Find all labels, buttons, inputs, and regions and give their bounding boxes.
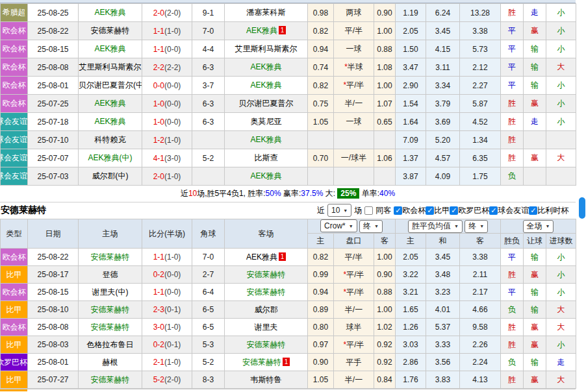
euro-stage-select[interactable]: 终▼ <box>465 220 488 233</box>
team-link[interactable]: 比斯查 <box>255 153 278 162</box>
asian-home-odds: 0.75 <box>308 95 334 113</box>
handicap-result-cell: 赢 <box>524 95 546 113</box>
team-link[interactable]: 科特赖克 <box>95 135 126 144</box>
date-cell: 25-08-15 <box>28 284 79 301</box>
team-link[interactable]: 威尔郡 <box>255 305 278 314</box>
team-link[interactable]: 安德莱赫特 <box>242 358 281 367</box>
league-filter-checkbox[interactable]: ✓ <box>529 206 537 215</box>
vertical-scrollbar-thumb[interactable] <box>579 197 585 219</box>
team-link[interactable]: AEK雅典(中) <box>88 153 132 162</box>
euro-draw-odds: 4.01 <box>426 301 460 319</box>
fulltime-score: 0-0 <box>153 81 164 90</box>
date-cell: 25-07-18 <box>28 113 79 131</box>
subject-team-cell: 安德莱赫特 <box>79 319 142 336</box>
same-away-checkbox[interactable] <box>364 206 373 215</box>
league-filter-checkbox[interactable]: ✓ <box>450 206 458 215</box>
euro-away-odds: 1.75 <box>460 167 501 186</box>
team-link[interactable]: AEK雅典 <box>94 44 125 53</box>
euro-draw-odds: 3.23 <box>426 284 460 301</box>
team-link[interactable]: 登德 <box>103 270 118 279</box>
team-link[interactable]: AEK雅典 <box>94 99 125 108</box>
asian-home-odds: 0.70 <box>308 149 334 167</box>
team-link[interactable]: 贝尔谢巴夏普尔 <box>239 99 294 108</box>
fulltime-score: 1-1 <box>153 27 164 36</box>
team-link[interactable]: AEK雅典 <box>250 171 281 180</box>
subject-team-cell: 安德莱赫特 <box>225 336 308 354</box>
summary-text: 场,胜5平4负1, 胜率: <box>197 189 265 198</box>
euro-away-odds: 4.13 <box>460 371 501 389</box>
euro-away-odds: 9.58 <box>460 319 501 336</box>
league-tag: 球会友谊 <box>1 131 28 149</box>
league-filter-checkbox[interactable]: ✓ <box>426 206 434 215</box>
team-link[interactable]: 安德莱赫特 <box>91 305 130 314</box>
euro-home-odds: 1.65 <box>396 301 426 319</box>
fulltime-score: 2-2 <box>153 63 164 72</box>
red-card-badge: 1 <box>279 26 286 34</box>
fulltime-score: 0-2 <box>153 270 164 279</box>
subcol-asian-away: 客 <box>374 234 396 249</box>
filter-controls: 近 10▼ 场 同客 ✓欧会杯✓比甲✓欧罗巴杯✓球会友谊✓比利时杯 <box>317 204 568 217</box>
handicap-result-cell <box>524 167 546 186</box>
summary-text: 40% <box>379 189 395 198</box>
league-filter-checkbox[interactable]: ✓ <box>394 206 402 215</box>
fulltime-score: 4-1 <box>153 154 164 163</box>
team-link[interactable]: AEK雅典 <box>250 135 281 144</box>
match-count-select[interactable]: 10▼ <box>327 204 351 217</box>
team-link[interactable]: AEK雅典 <box>94 117 125 126</box>
date-cell: 25-07-10 <box>28 131 79 149</box>
chevron-down-icon: ▼ <box>454 224 459 228</box>
team-link[interactable]: 安德莱赫特 <box>91 252 130 262</box>
bookmaker-select[interactable]: Crow*▼ <box>320 219 357 232</box>
team-link[interactable]: 奥莫尼亚 <box>251 117 282 126</box>
subject-team-cell: AEK雅典1 <box>225 22 308 40</box>
team-link[interactable]: 威尔郡(中) <box>92 171 129 180</box>
league-tag: 欧罗巴杯 <box>1 354 28 371</box>
outcome-result-cell: 胜 <box>501 131 524 149</box>
team-link[interactable]: AEK雅典 <box>250 62 281 71</box>
team-link[interactable]: 安德莱赫特 <box>91 26 130 35</box>
team-link[interactable]: AEK雅典 <box>246 252 277 262</box>
team-link[interactable]: 潘塞莱科斯 <box>247 8 286 17</box>
handicap-line-cell: 球半 <box>334 319 374 336</box>
opponent-team-cell: 奥莫尼亚 <box>225 113 308 131</box>
corner-cell: 6-4 <box>192 284 225 301</box>
league-filter-checkbox[interactable]: ✓ <box>489 206 498 215</box>
league-tag: 欧会杯 <box>1 249 28 266</box>
league-tag: 比甲 <box>1 336 28 354</box>
team-link[interactable]: 赫根 <box>103 358 118 367</box>
team-link[interactable]: AEK雅典 <box>94 8 125 17</box>
asian-stage-select[interactable]: 终▼ <box>359 220 383 233</box>
handicap-line-cell: *平/半 <box>334 336 374 354</box>
team-link[interactable]: 色格拉布鲁日 <box>87 340 134 349</box>
team-link[interactable]: 贝尔谢巴夏普尔(中) <box>79 80 142 90</box>
team-link[interactable]: 安德莱赫特 <box>91 375 130 384</box>
team-link[interactable]: 艾里斯利马斯素尔 <box>235 44 298 53</box>
team-link[interactable]: 安德莱赫特 <box>247 288 286 297</box>
league-tag: 欧会杯 <box>1 22 28 40</box>
handicap-line-cell: *平/半 <box>334 266 374 284</box>
team-link[interactable]: 艾里斯利马斯素尔 <box>79 62 142 71</box>
scope-select[interactable]: 全场▼ <box>523 220 554 233</box>
team-link[interactable]: AEK雅典 <box>250 80 281 90</box>
team-link[interactable]: 安德莱赫特 <box>247 340 286 349</box>
date-cell: 25-08-01 <box>28 77 79 95</box>
team-link[interactable]: 安德莱赫特 <box>91 323 130 332</box>
opponent-team-cell: 艾里斯利马斯素尔 <box>79 58 142 77</box>
team-link[interactable]: 安德莱赫特 <box>247 270 286 279</box>
handicap-result-cell: 输 <box>524 301 546 319</box>
team-link[interactable]: 谢里夫(中) <box>92 288 129 297</box>
score-cell: 5-2(2-0) <box>142 371 192 389</box>
match-stats-page: 希腊超25-08-25AEK雅典2-0(2-0)9-1潘塞莱科斯0.98两球0.… <box>0 0 586 392</box>
euro-mean-select[interactable]: 胜平负均值▼ <box>408 220 463 233</box>
date-cell: 25-08-08 <box>28 319 79 336</box>
euro-odds-controls: 胜平负均值▼ 终▼ <box>396 219 501 234</box>
team-link[interactable]: 谢里夫 <box>255 323 278 332</box>
match-row: 欧会杯25-08-15AEK雅典1-1(0-0)4-4艾里斯利马斯素尔0.94一… <box>1 40 576 58</box>
games-label: 场 <box>354 205 362 216</box>
asian-home-odds: 0.89 <box>308 301 334 319</box>
team-link[interactable]: AEK雅典 <box>246 26 277 35</box>
outcome-result-cell: 平 <box>501 249 524 266</box>
team-link[interactable]: 韦斯特鲁 <box>251 375 282 384</box>
goals-result-cell <box>546 167 576 186</box>
goals-result-cell: 大 <box>546 301 576 319</box>
